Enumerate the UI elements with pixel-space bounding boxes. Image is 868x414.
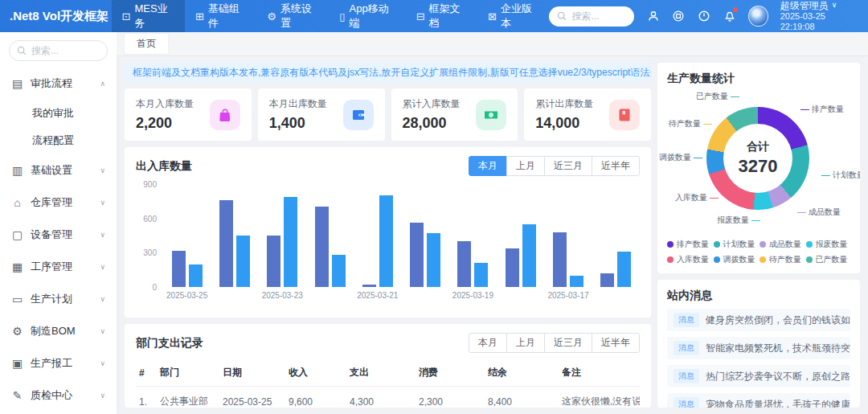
table-cell: 2,300 <box>416 387 485 408</box>
sidebar-item-label: 生产计划 <box>31 292 72 306</box>
sidebar-item-process[interactable]: ▦工序管理∨ <box>0 251 117 283</box>
bar-入库数量[interactable] <box>410 223 424 287</box>
bar-入库数量[interactable] <box>219 200 233 287</box>
ledger-icon <box>609 100 640 130</box>
avatar[interactable] <box>748 6 768 27</box>
legend-item-3[interactable]: 报废数量 <box>806 239 851 250</box>
chart-range-tab-1[interactable]: 上月 <box>506 156 545 176</box>
legend-item-5[interactable]: 调拨数量 <box>714 254 759 265</box>
bar-入库数量[interactable] <box>267 236 280 287</box>
table-range-tab-0[interactable]: 本月 <box>469 333 507 353</box>
bar-出库数量[interactable] <box>570 276 583 287</box>
bar-group <box>306 184 354 287</box>
legend-dot-icon <box>760 256 766 263</box>
x-axis-tick: 2025-03-17 <box>547 291 588 300</box>
nav-item-base-components[interactable]: ⊞基础组件 <box>185 0 256 32</box>
chart-range-tab-2[interactable]: 近三月 <box>544 156 592 176</box>
legend-item-4[interactable]: 入库数量 <box>667 254 712 265</box>
notice-bar[interactable]: 框架前端及文档重构版本发布,兼容原有版本代码及jsx写法,放开自定义扩展组件限制… <box>125 63 651 82</box>
bar-出库数量[interactable] <box>284 197 297 287</box>
pie-label-finished: 已产数量 <box>696 91 739 102</box>
pie-label-scrap: 报废数量 <box>717 215 760 226</box>
bar-入库数量[interactable] <box>315 207 329 287</box>
bar-出库数量[interactable] <box>474 263 488 287</box>
nav-item-system-settings[interactable]: ⚙系统设置 <box>256 0 329 32</box>
bar-出库数量[interactable] <box>332 255 346 287</box>
sidebar-item-base-settings[interactable]: ▥基础设置∨ <box>0 154 117 187</box>
notifications-bell-icon[interactable] <box>723 9 737 23</box>
bar-出库数量[interactable] <box>236 236 250 287</box>
chevron-down-icon: ∨ <box>100 295 105 303</box>
legend-item-2[interactable]: 成品数量 <box>760 239 805 250</box>
message-item[interactable]: 消息热门综艺抄袭争议不断，原创之路在何方？ <box>667 365 850 387</box>
sidebar-item-warehouse[interactable]: ⌂仓库管理∨ <box>0 187 117 219</box>
production-stats-card: 生产数量统计 合计 3270 已产数量 排产数量 待产数量 计划数量 调拨数量 … <box>657 63 860 273</box>
table-range-tab-2[interactable]: 近三月 <box>544 333 592 353</box>
nav-item-enterprise[interactable]: ⊠企业版本 <box>477 0 549 32</box>
table-range-tab-1[interactable]: 上月 <box>506 333 545 353</box>
stat-card[interactable]: 本月入库数量2,200 <box>125 88 252 141</box>
stat-card[interactable]: 本月出库数量1,400 <box>258 88 385 141</box>
search-icon <box>17 46 27 55</box>
sidebar-item-qc-center[interactable]: ✎质检中心∨ <box>0 379 117 412</box>
sidebar-item-approval-flow[interactable]: ▤审批流程∧ <box>0 68 117 100</box>
nav-item-framework-docs[interactable]: ⊟框架文档 <box>406 0 477 32</box>
user-meta[interactable]: 超级管理员∨ 2025-03-25 22:19:08 <box>780 0 857 32</box>
user-icon[interactable] <box>646 9 660 23</box>
sidebar-item-label: 审批流程 <box>31 76 72 91</box>
bar-出库数量[interactable] <box>617 252 631 287</box>
chart-range-tab-0[interactable]: 本月 <box>469 156 507 176</box>
sidebar-item-label: 工序管理 <box>31 260 72 274</box>
bar-group <box>497 184 544 287</box>
bar-group: 2025-03-19 <box>449 184 497 287</box>
table-header-0: # <box>136 359 157 387</box>
pie-label-transfer: 调拨数量 <box>659 152 702 163</box>
bar-出库数量[interactable] <box>189 264 203 287</box>
content-scroll[interactable]: 框架前端及文档重构版本发布,兼容原有版本代码及jsx写法,放开自定义扩展组件限制… <box>117 56 868 414</box>
chevron-down-icon: ∨ <box>100 231 105 239</box>
nav-item-label: App移动端 <box>350 2 395 31</box>
theme-icon[interactable] <box>672 9 686 23</box>
table-range-tab-3[interactable]: 近半年 <box>592 333 640 353</box>
stat-card[interactable]: 累计出库数量14,000 <box>524 88 651 141</box>
legend-item-0[interactable]: 排产数量 <box>667 239 712 250</box>
bar-出库数量[interactable] <box>379 195 393 287</box>
stat-value: 1,400 <box>269 115 327 132</box>
global-search[interactable]: 搜索... <box>549 6 634 27</box>
message-item[interactable]: 消息智能家电频繁死机，技术瓶颈待突破？ <box>667 337 850 359</box>
legend-item-7[interactable]: 已产数量 <box>806 254 851 265</box>
app-logo[interactable]: .Net8 Vol开发框架 <box>0 9 112 24</box>
sidebar-item-bom[interactable]: ⚙制造BOM∨ <box>0 315 117 347</box>
nav-item-app-mobile[interactable]: ▯App移动端 <box>329 0 405 32</box>
legend-item-1[interactable]: 计划数量 <box>714 239 759 250</box>
bar-入库数量[interactable] <box>600 273 614 287</box>
sidebar-item-production-plan[interactable]: ▭生产计划∨ <box>0 283 117 315</box>
nav-item-mes[interactable]: ⊡MES业务 <box>112 0 185 32</box>
lock-screen-icon[interactable] <box>698 9 711 23</box>
sidebar-item-equipment[interactable]: ▢设备管理∨ <box>0 219 117 251</box>
bar-入库数量[interactable] <box>172 251 186 288</box>
sidebar-search-input[interactable]: 搜索... <box>9 40 108 61</box>
chevron-down-icon: ∨ <box>100 199 105 207</box>
donut-center: 合计 3270 <box>706 107 809 210</box>
message-item[interactable]: 消息宠物食品质量堪忧，毛孩子的健康谁守护？ <box>667 393 850 408</box>
message-item[interactable]: 消息健身房突然倒闭，会员们的钱该如何追回？ <box>667 309 850 331</box>
stat-card[interactable]: 累计入库数量28,000 <box>391 88 518 141</box>
sidebar-subitem-my-approvals[interactable]: 我的审批 <box>0 100 117 127</box>
message-badge: 消息 <box>674 397 699 408</box>
chart-range-tab-3[interactable]: 近半年 <box>592 156 640 176</box>
sidebar-item-label: 基础设置 <box>31 163 72 178</box>
tab-home[interactable]: 首页 <box>125 34 168 54</box>
bar-入库数量[interactable] <box>506 248 519 287</box>
bar-入库数量[interactable] <box>553 232 567 287</box>
table-row[interactable]: 1.公共事业部2025-03-259,6004,3002,3008,400这家伙… <box>136 387 640 408</box>
bar-入库数量[interactable] <box>457 241 471 287</box>
bar-出库数量[interactable] <box>427 233 440 287</box>
sidebar-subitem-flow-config[interactable]: 流程配置 <box>0 127 117 154</box>
bar-出库数量[interactable] <box>522 224 536 287</box>
sidebar-search-placeholder: 搜索... <box>31 44 59 58</box>
legend-item-6[interactable]: 待产数量 <box>760 254 805 265</box>
table-cell: 2025-03-25 <box>219 387 285 408</box>
sidebar-item-production-report[interactable]: ▣生产报工∨ <box>0 347 117 379</box>
bar-入库数量[interactable] <box>362 285 376 287</box>
